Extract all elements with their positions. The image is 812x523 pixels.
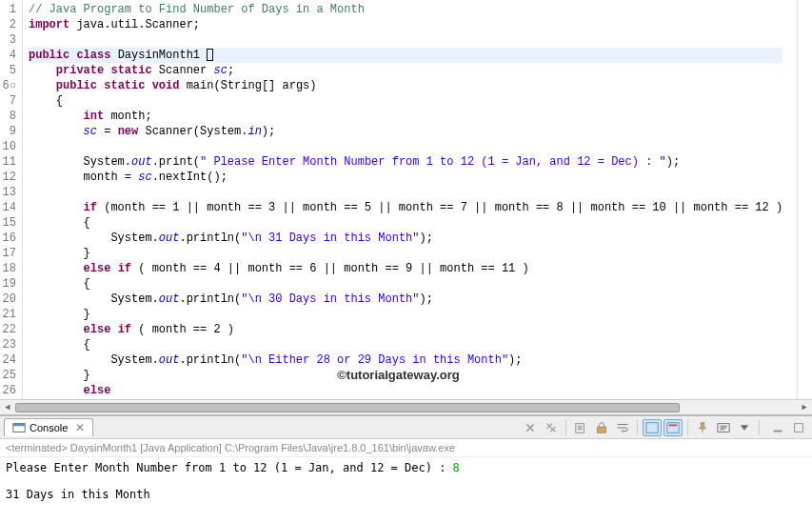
code-line[interactable]: // Java Program to Find Number of Days i… — [29, 2, 782, 17]
line-number: 1 — [2, 2, 16, 17]
code-line[interactable]: import java.util.Scanner; — [29, 17, 782, 32]
line-number: 4 — [2, 48, 16, 63]
editor-pane: 123456○789101112131415161718192021222324… — [0, 0, 812, 416]
svg-rect-5 — [667, 422, 679, 432]
code-line[interactable] — [29, 185, 782, 200]
code-line[interactable]: } — [29, 307, 782, 322]
console-prompt: Please Enter Month Number from 1 to 12 (… — [6, 461, 453, 474]
svg-rect-4 — [646, 422, 658, 432]
scroll-lock-button[interactable] — [592, 419, 611, 436]
code-line[interactable] — [29, 32, 782, 48]
console-tab-bar: Console ✕ — [0, 416, 812, 439]
code-line[interactable]: System.out.println("\n 31 Days in this M… — [29, 231, 782, 246]
code-line[interactable] — [29, 139, 782, 154]
svg-rect-9 — [795, 423, 803, 432]
line-number: 26 — [2, 383, 16, 398]
line-number: 3 — [2, 32, 16, 48]
console-process-header: <terminated> DaysinMonth1 [Java Applicat… — [0, 439, 812, 457]
line-number: 9 — [2, 124, 16, 139]
code-line[interactable]: int month; — [29, 109, 782, 124]
code-line[interactable]: else — [29, 383, 782, 398]
display-selected-button[interactable] — [714, 419, 733, 436]
line-number: 13 — [2, 185, 16, 200]
minimize-icon[interactable] — [768, 419, 787, 436]
code-line[interactable]: System.out.println("\n Either 28 or 29 D… — [29, 352, 782, 368]
code-line[interactable]: private static Scanner sc; — [29, 63, 782, 78]
code-line[interactable]: { — [29, 215, 782, 231]
line-number: 5 — [2, 63, 16, 78]
word-wrap-button[interactable] — [613, 419, 632, 436]
code-line[interactable]: System.out.println("\n Please enter Vali… — [29, 398, 782, 399]
show-stderr-button[interactable] — [663, 419, 683, 436]
show-stdout-button[interactable] — [643, 419, 662, 436]
remove-all-button[interactable] — [542, 419, 561, 436]
code-line[interactable]: public class DaysinMonth1 — [29, 48, 782, 63]
svg-rect-6 — [669, 424, 678, 426]
code-line[interactable]: public static void main(String[] args) — [29, 78, 782, 93]
line-number: 2 — [2, 17, 16, 32]
line-number: 16 — [2, 231, 16, 246]
code-line[interactable]: month = sc.nextInt(); — [29, 170, 782, 185]
line-number: 11 — [2, 154, 16, 170]
line-number: 7 — [2, 93, 16, 109]
console-pane: Console ✕ <terminated> DaysinMonth1 [Jav… — [0, 416, 812, 523]
console-result: 31 Days in this Month — [6, 488, 150, 501]
clear-console-button[interactable] — [571, 419, 590, 436]
svg-rect-1 — [13, 424, 25, 427]
line-number: 27 — [2, 398, 16, 399]
code-content[interactable]: // Java Program to Find Number of Days i… — [23, 0, 782, 399]
line-number: 8 — [2, 109, 16, 124]
code-line[interactable]: else if ( month == 4 || month == 6 || mo… — [29, 261, 782, 276]
line-number: 14 — [2, 200, 16, 215]
code-line[interactable]: System.out.println("\n 30 Days in this M… — [29, 292, 782, 307]
line-number: 17 — [2, 246, 16, 261]
console-tab-label: Console — [30, 422, 68, 433]
line-number: 19 — [2, 276, 16, 292]
svg-rect-8 — [774, 430, 782, 432]
console-user-input: 8 — [453, 461, 460, 474]
overview-ruler — [797, 0, 812, 399]
line-number: 25 — [2, 368, 16, 383]
line-number: 24 — [2, 352, 16, 368]
code-editor[interactable]: 123456○789101112131415161718192021222324… — [0, 0, 797, 399]
console-tab[interactable]: Console ✕ — [4, 418, 93, 436]
code-line[interactable]: else if ( month == 2 ) — [29, 322, 782, 337]
line-number: 21 — [2, 307, 16, 322]
line-number: 20 — [2, 292, 16, 307]
code-line[interactable]: } — [29, 368, 782, 383]
code-line[interactable]: } — [29, 246, 782, 261]
line-number: 15 — [2, 215, 16, 231]
close-icon[interactable]: ✕ — [75, 421, 85, 434]
maximize-icon[interactable] — [789, 419, 808, 436]
horizontal-scrollbar[interactable]: ◄ ► — [0, 399, 812, 414]
line-number: 10 — [2, 139, 16, 154]
code-line[interactable]: { — [29, 276, 782, 292]
scroll-thumb[interactable] — [15, 403, 680, 412]
line-number: 22 — [2, 322, 16, 337]
line-number: 12 — [2, 170, 16, 185]
line-number: 6○ — [2, 78, 16, 93]
console-toolbar — [521, 419, 808, 436]
scroll-left-arrow[interactable]: ◄ — [0, 401, 15, 414]
code-line[interactable]: System.out.print(" Please Enter Month Nu… — [29, 154, 782, 170]
line-number: 23 — [2, 337, 16, 352]
console-output[interactable]: Please Enter Month Number from 1 to 12 (… — [0, 457, 812, 523]
scroll-right-arrow[interactable]: ► — [797, 401, 812, 414]
code-line[interactable]: if (month == 1 || month == 3 || month ==… — [29, 200, 782, 215]
pin-console-button[interactable] — [693, 419, 712, 436]
line-number-gutter: 123456○789101112131415161718192021222324… — [0, 0, 23, 399]
dropdown-icon[interactable] — [735, 419, 754, 436]
code-line[interactable]: sc = new Scanner(System.in); — [29, 124, 782, 139]
svg-rect-3 — [598, 427, 606, 432]
code-line[interactable]: { — [29, 93, 782, 109]
console-icon — [12, 421, 26, 434]
line-number: 18 — [2, 261, 16, 276]
code-line[interactable]: { — [29, 337, 782, 352]
remove-launch-button[interactable] — [521, 419, 540, 436]
